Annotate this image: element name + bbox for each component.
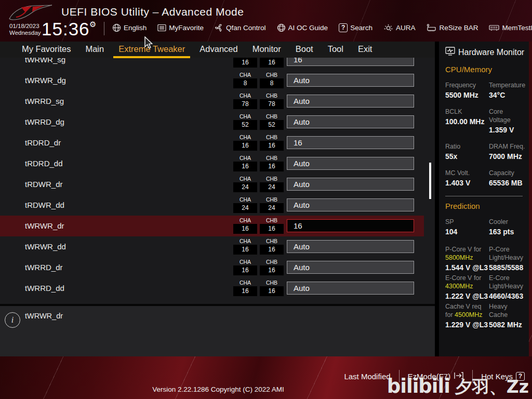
prediction-stat-label: E-Core V for: [445, 274, 489, 282]
timing-row[interactable]: tRDWR_dd CHA 24 CHB 24 Auto: [0, 195, 424, 216]
channel-a-value: 24: [233, 203, 257, 213]
channel-a-group: CHA 52: [233, 113, 257, 130]
tab-main[interactable]: Main: [78, 42, 111, 57]
timing-row[interactable]: tWRWR_dg CHA 8 CHB 8 Auto: [0, 70, 424, 91]
globe-icon: [112, 23, 121, 32]
channel-a-value: 16: [233, 245, 257, 255]
timing-input[interactable]: Auto: [287, 157, 414, 170]
channel-b-value: 16: [260, 58, 284, 68]
channel-b-header: CHB: [260, 238, 284, 245]
prediction-stat: Cache V reqfor 4500MHz1.229 V @L3: [445, 302, 489, 329]
header-divider: [104, 22, 104, 35]
timing-row[interactable]: tWRWR_dr CHA 16 CHB 16 16: [0, 216, 424, 236]
prediction-stat: P-Core V for5800MHz1.544 V @L3: [445, 245, 489, 272]
timing-label: tWRRD_dd: [25, 284, 64, 292]
timing-input[interactable]: Auto: [287, 282, 414, 295]
timing-row[interactable]: tWRRD_sg CHA 78 CHB 78 Auto: [0, 91, 424, 112]
myfavorite-button[interactable]: MyFavorite: [157, 24, 204, 32]
timing-label: tWRWR_dr: [25, 221, 64, 230]
timing-input[interactable]: Auto: [287, 198, 414, 211]
last-modified-button[interactable]: Last Modified: [344, 372, 390, 381]
channel-a-header: CHA: [233, 217, 257, 224]
watermark: bilibili 夕羽、Zz: [387, 375, 529, 399]
channel-b-value: 16: [260, 141, 284, 151]
timing-input[interactable]: Auto: [287, 240, 414, 253]
timing-row[interactable]: tRDWR_dr CHA 24 CHB 24 Auto: [0, 174, 424, 195]
watermark-name: 夕羽、Zz: [455, 376, 529, 399]
tab-my-favorites[interactable]: My Favorites: [15, 42, 78, 57]
prediction-stat-label: Light/Heavy: [489, 282, 525, 290]
timing-label: tWRRD_dg: [25, 117, 64, 126]
resize-bar-button[interactable]: ReSize BAR: [426, 23, 478, 32]
weekday: Wednesday: [9, 30, 41, 36]
timing-input[interactable]: Auto: [287, 95, 414, 108]
timing-input[interactable]: 16: [287, 136, 414, 149]
info-icon: i: [5, 312, 20, 328]
timing-row[interactable]: tRDRD_dd CHA 16 CHB 16 Auto: [0, 153, 424, 174]
channel-b-header: CHB: [260, 113, 284, 120]
channel-b-header: CHB: [260, 176, 284, 182]
channel-b-value: 16: [260, 224, 284, 234]
channel-b-group: CHB 16: [260, 238, 284, 255]
channel-b-group: CHB 78: [260, 92, 284, 109]
tab-boot[interactable]: Boot: [288, 42, 321, 57]
channel-b-value: 16: [260, 265, 284, 275]
channel-b-group: CHB 16: [260, 58, 284, 68]
channel-b-header: CHB: [260, 217, 284, 224]
timing-input[interactable]: Auto: [287, 261, 414, 274]
hw-stat-label: BCLK: [445, 108, 489, 116]
channel-b-group: CHB 16: [260, 134, 284, 151]
timing-input[interactable]: Auto: [287, 74, 414, 87]
footer: Last Modified EzMode(F7) Hot Keys ? Vers…: [0, 356, 532, 399]
channel-b-value: 24: [260, 203, 284, 213]
channel-a-header: CHA: [233, 72, 257, 78]
toolbar-label: English: [124, 24, 147, 32]
timing-input[interactable]: 16: [287, 58, 414, 66]
cpu-memory-stats: Frequency5500 MHzTemperature34°CBCLK100.…: [445, 81, 525, 188]
timing-row[interactable]: tRDRD_dr CHA 16 CHB 16 16: [0, 132, 424, 153]
channel-a-value: 16: [233, 58, 257, 68]
channel-a-group: CHA 16: [233, 280, 257, 296]
channel-b-group: CHB 16: [260, 280, 284, 296]
timing-row[interactable]: tWRRD_dg CHA 52 CHB 52 Auto: [0, 112, 424, 132]
aura-button[interactable]: AURA: [383, 23, 416, 32]
channel-a-value: 52: [233, 120, 257, 130]
channel-a-header: CHA: [233, 238, 257, 245]
hw-stat: Ratio55x: [445, 142, 489, 161]
prediction-stat: E-Core V for4300MHz1.222 V @L3: [445, 274, 489, 301]
timing-input[interactable]: Auto: [287, 115, 414, 128]
search-button[interactable]: ? Search: [339, 23, 373, 32]
channel-b-group: CHB 24: [260, 176, 284, 192]
timing-row[interactable]: tWRRD_dd CHA 16 CHB 16 Auto: [0, 278, 424, 299]
qfan-control-button[interactable]: Qfan Control: [215, 23, 266, 32]
channel-b-group: CHB 16: [260, 217, 284, 234]
ai-oc-guide-button[interactable]: AI OC Guide: [277, 23, 328, 32]
channel-b-group: CHB 52: [260, 113, 284, 130]
prediction-stat-label: 5800MHz: [445, 254, 489, 262]
toolbar-label: AI OC Guide: [288, 24, 328, 32]
mouse-cursor-icon: [144, 36, 154, 52]
timing-label: tRDWR_dr: [25, 180, 63, 189]
scrollbar-thumb[interactable]: [429, 163, 431, 199]
tab-monitor[interactable]: Monitor: [245, 42, 288, 57]
timing-input[interactable]: Auto: [287, 178, 414, 191]
bios-screen: UEFI BIOS Utility – Advanced Mode 01/18/…: [0, 0, 532, 399]
search-icon: ?: [339, 23, 348, 32]
timing-row[interactable]: tWRWR_dd CHA 16 CHB 16 Auto: [0, 236, 424, 257]
time-settings-gear-icon[interactable]: ⚙: [89, 20, 96, 29]
tab-exit[interactable]: Exit: [351, 42, 380, 57]
prediction-stat-label: for 4500MHz: [445, 311, 489, 319]
hw-stat-value: 100.00 MHz: [445, 117, 489, 126]
timing-row[interactable]: tWRRD_dr CHA 16 CHB 16 Auto: [0, 257, 424, 278]
timing-label: tWRRD_sg: [25, 97, 64, 105]
timing-input[interactable]: 16: [287, 219, 414, 232]
language-button[interactable]: English: [112, 23, 147, 32]
channel-a-header: CHA: [233, 113, 257, 120]
timing-row[interactable]: tWRWR_sg CHA 16 CHB 16 16: [0, 58, 424, 70]
tab-advanced[interactable]: Advanced: [192, 42, 245, 57]
prediction-stat-value: 1.229 V @L3: [445, 321, 489, 329]
prediction-stat-value: 104: [445, 228, 489, 236]
memtest-button[interactable]: MemTest86: [489, 24, 532, 32]
tab-tool[interactable]: Tool: [321, 42, 351, 57]
hw-stat-value: 55x: [445, 152, 489, 161]
